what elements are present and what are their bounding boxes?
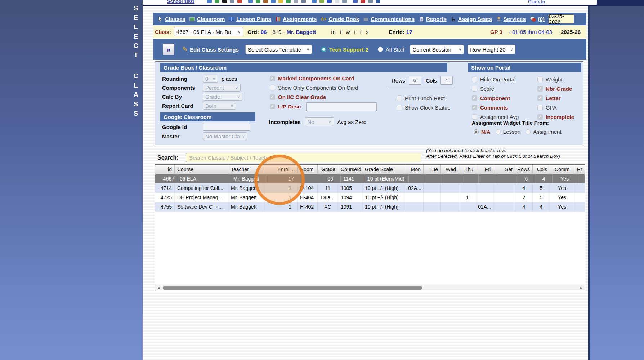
lp-desc-input[interactable] [306,102,377,111]
expand-button[interactable]: » [163,44,174,55]
app-icon[interactable] [361,0,365,3]
app-icon[interactable] [368,0,373,3]
components-select[interactable]: Percent [203,84,241,92]
class-template-select[interactable]: Select Class Template [245,45,312,54]
table-row[interactable]: 4714Computing for Coll...Mr. Baggett1D-1… [155,183,585,193]
weight-checkbox[interactable] [537,77,543,82]
rows-input[interactable] [409,76,421,85]
lp-desc-checkbox[interactable] [270,104,275,109]
column-header-comm[interactable]: Comm [550,165,574,174]
scroll-right-arrow[interactable]: ► [578,286,585,290]
horizontal-scrollbar[interactable]: ◄ ► [155,285,585,290]
print-lunch-checkbox[interactable] [397,95,402,101]
incomplete-checkbox[interactable] [537,114,543,120]
table-row[interactable]: 4755Software Dev C++...Mr. Baggett1H-402… [155,202,585,212]
app-icon[interactable] [271,0,276,3]
google-id-input[interactable] [203,123,250,131]
app-icon[interactable] [376,0,380,3]
nav-messages[interactable]: (0) [530,16,545,22]
app-icon[interactable] [335,0,339,3]
search-input[interactable] [186,153,421,162]
app-icon[interactable] [286,0,291,3]
on-ic-clear-grade-checkbox[interactable] [270,94,275,100]
nav-assignments[interactable]: Assignments [275,16,317,22]
report-card-select[interactable]: Both [203,102,236,110]
school-link[interactable]: School 1001 [167,0,194,4]
app-icon[interactable] [215,0,219,3]
app-icon[interactable] [294,0,298,3]
hide-on-portal-checkbox[interactable] [472,77,477,82]
app-icon[interactable] [248,0,253,3]
column-header-rows[interactable]: Rows [515,165,533,174]
column-header-tue[interactable]: Tue [424,165,441,174]
nav-services[interactable]: Services [496,16,526,22]
column-header-mon[interactable]: Mon [406,165,424,174]
column-header-grade[interactable]: Grade [318,165,338,174]
column-header-scale[interactable]: Grade Scale [362,165,406,174]
column-header-course[interactable]: Course [175,165,228,174]
widget-na-radio[interactable] [474,129,479,134]
nav-classes[interactable]: Classes [157,16,185,22]
app-icon[interactable] [263,0,268,3]
assignment-avg-checkbox[interactable] [472,114,477,120]
table-row[interactable]: 4725DE Project Manag...Mr. Baggett1H-404… [155,193,585,202]
app-icon[interactable] [278,0,283,3]
nav-communications[interactable]: Communications [363,16,415,22]
row-height-select[interactable]: Row Height 20 [468,45,515,54]
class-info-bar: Class: 4667 - 06 ELA - Mr. Ba Grd: 06 81… [153,25,586,38]
table-row[interactable]: 466706 ELAMr. Baggett1706114110 pt (Elem… [155,174,585,183]
tech-support-radio[interactable] [321,47,326,52]
app-icon[interactable] [230,0,234,3]
session-select[interactable]: Current Session [410,45,464,54]
app-icon[interactable] [353,0,358,3]
widget-assignment-radio[interactable] [526,129,531,134]
edit-class-settings-link[interactable]: Edit Class Settings [190,46,239,53]
column-header-id[interactable]: id [155,165,175,174]
nav-grade-book[interactable]: A+ Grade Book [321,16,359,22]
column-header-thu[interactable]: Thu [459,165,476,174]
date-display[interactable]: 03-25-2026 [549,14,574,23]
class-select[interactable]: 4667 - 06 ELA - Mr. Ba [174,27,243,36]
app-icon[interactable] [319,0,324,3]
nav-lesson-plans[interactable]: Lesson Plans [229,16,271,22]
app-icon[interactable] [301,0,306,3]
app-icon[interactable] [207,0,212,3]
column-header-r[interactable]: Rr [574,165,585,174]
scroll-thumb[interactable] [163,286,422,290]
app-icon[interactable] [342,0,347,3]
nbr-grade-checkbox[interactable] [537,86,543,92]
app-icon[interactable] [256,0,260,3]
widget-lesson-radio[interactable] [496,129,501,134]
letter-checkbox[interactable] [537,95,543,101]
rounding-select[interactable]: 0 [203,75,218,83]
all-staff-radio[interactable] [378,47,383,52]
comments-checkbox[interactable] [472,105,477,110]
app-icon[interactable] [312,0,317,3]
show-only-components-checkbox[interactable] [270,85,275,90]
column-header-sat[interactable]: Sat [493,165,515,174]
marked-components-checkbox[interactable] [270,76,275,81]
app-icon[interactable] [222,0,227,3]
master-select[interactable]: No Master Cla [203,132,247,140]
clock-in-link[interactable]: Clock In [528,0,545,4]
column-header-fri[interactable]: Fri [476,165,493,174]
cols-input[interactable] [440,76,453,85]
column-header-cols[interactable]: Cols [533,165,550,174]
gpa-checkbox[interactable] [537,105,543,110]
component-checkbox[interactable] [472,95,477,101]
app-icon[interactable] [327,0,332,3]
score-checkbox[interactable] [472,86,477,92]
app-icon[interactable] [237,0,242,3]
column-header-course_id[interactable]: CourseId [338,165,362,174]
column-header-wed[interactable]: Wed [441,165,459,174]
column-header-enroll[interactable]: Enroll... [264,165,298,174]
nav-assign-seats[interactable]: Assign Seats [451,16,492,22]
nav-reports[interactable]: Reports [419,16,447,22]
nav-classroom[interactable]: Classroom [189,16,225,22]
show-clock-checkbox[interactable] [397,105,402,110]
scroll-left-arrow[interactable]: ◄ [155,286,162,290]
column-header-teacher[interactable]: Teacher [228,165,264,174]
column-header-room[interactable]: Room [298,165,318,174]
calc-by-select[interactable]: Grade [203,93,242,101]
incompletes-select[interactable]: No [305,117,334,126]
